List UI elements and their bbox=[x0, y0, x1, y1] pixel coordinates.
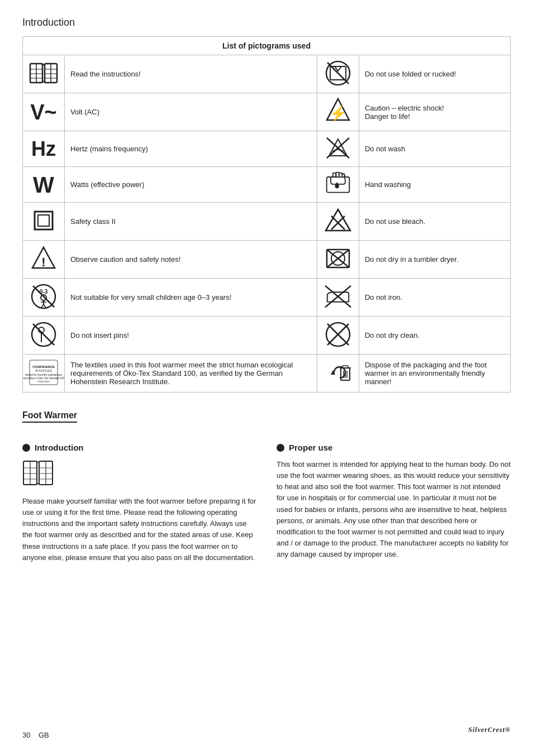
svg-text:hohenstein: hohenstein bbox=[37, 380, 50, 383]
svg-text:⚡: ⚡ bbox=[329, 104, 348, 122]
page-number: 30 GB bbox=[22, 731, 49, 739]
proper-use-heading: Proper use bbox=[277, 443, 511, 452]
icon-hand-wash bbox=[317, 167, 359, 203]
svg-text:CONFIDENCE: CONFIDENCE bbox=[32, 365, 55, 369]
electric-shock-text: Caution – electric shock!Danger to life! bbox=[359, 93, 510, 131]
table-row: Hz Hertz (mains frequency) Do not wash bbox=[23, 131, 511, 167]
no-bleach-text: Do not use bleach. bbox=[359, 203, 510, 241]
svg-line-33 bbox=[41, 304, 44, 308]
page-footer: 30 GB SilverCrest® bbox=[22, 726, 511, 739]
no-pins-text: Do not insert pins! bbox=[65, 317, 317, 355]
icon-no-tumble bbox=[317, 241, 359, 279]
icon-safety-class bbox=[23, 203, 65, 241]
registered-mark: ® bbox=[505, 726, 511, 734]
safety-class-text: Safety class II bbox=[65, 203, 317, 241]
icon-no-dry-clean bbox=[317, 317, 359, 355]
icon-hz: Hz bbox=[23, 131, 65, 167]
table-row: V~ Volt (AC) ⚡ Caution – electric shock!… bbox=[23, 93, 511, 131]
icon-book bbox=[23, 55, 65, 93]
icon-no-pins bbox=[23, 317, 65, 355]
bullet-icon-2 bbox=[277, 444, 284, 452]
icon-no-fold bbox=[317, 55, 359, 93]
recycle-text: Dispose of the packaging and the foot wa… bbox=[359, 355, 510, 393]
table-row: Read the instructions! Do not use folded… bbox=[23, 55, 511, 93]
read-instructions-text: Read the instructions! bbox=[65, 55, 317, 93]
foot-warmer-heading: Foot Warmer bbox=[22, 410, 77, 423]
caution-text: Observe caution and safety notes! bbox=[65, 241, 317, 279]
table-row: 0-3 Not suitable for very small children… bbox=[23, 279, 511, 317]
oeko-tex-text: The textiles used in this foot warmer me… bbox=[65, 355, 317, 393]
svg-rect-16 bbox=[35, 212, 53, 229]
icon-no-children: 0-3 bbox=[23, 279, 65, 317]
no-iron-text: Do not iron. bbox=[359, 279, 510, 317]
bullet-icon bbox=[22, 444, 30, 452]
hand-washing-text: Hand washing bbox=[359, 167, 510, 203]
hz-text: Hertz (mains frequency) bbox=[65, 131, 317, 167]
svg-line-34 bbox=[44, 304, 46, 308]
no-fold-text: Do not use folded or rucked! bbox=[359, 55, 510, 93]
icon-no-wash bbox=[317, 131, 359, 167]
svg-text:tested for harmful substances: tested for harmful substances bbox=[25, 373, 62, 376]
watt-text: Watts (effective power) bbox=[65, 167, 317, 203]
table-row: Safety class II Do not use bleach. bbox=[23, 203, 511, 241]
table-row: W Watts (effective power) Hand washing bbox=[23, 167, 511, 203]
svg-rect-54 bbox=[342, 366, 348, 368]
svg-text:according to Oeko-Tex Standard: according to Oeko-Tex Standard 100 bbox=[23, 377, 64, 380]
introduction-text: Please make yourself familiar with the f… bbox=[22, 496, 256, 563]
pictogram-table: List of pictograms used Read the instruc… bbox=[22, 36, 511, 393]
introduction-section: Introduction Plea bbox=[22, 443, 256, 569]
table-row: Do not insert pins! Do not dry clean. bbox=[23, 317, 511, 355]
svg-text:IN TEXTILES: IN TEXTILES bbox=[35, 369, 53, 372]
table-header: List of pictograms used bbox=[23, 37, 511, 55]
page-title: Introduction bbox=[22, 17, 511, 28]
intro-content bbox=[22, 459, 256, 490]
icon-oeko-tex: CONFIDENCE IN TEXTILES tested for harmfu… bbox=[23, 355, 65, 393]
icon-recycle bbox=[317, 355, 359, 393]
body-content: Introduction Plea bbox=[22, 443, 511, 569]
svg-text:!: ! bbox=[41, 255, 45, 269]
icon-caution: ! bbox=[23, 241, 65, 279]
icon-no-bleach bbox=[317, 203, 359, 241]
icon-electric-shock: ⚡ bbox=[317, 93, 359, 131]
table-row: ! Observe caution and safety notes! Do n… bbox=[23, 241, 511, 279]
volt-text: Volt (AC) bbox=[65, 93, 317, 131]
icon-volt: V~ bbox=[23, 93, 65, 131]
intro-book-icon bbox=[22, 459, 54, 490]
introduction-heading: Introduction bbox=[22, 443, 256, 452]
svg-line-39 bbox=[33, 324, 54, 345]
proper-use-text: This foot warmer is intended for applyin… bbox=[277, 459, 511, 560]
svg-rect-17 bbox=[38, 215, 49, 226]
no-tumble-text: Do not dry in a tumbler dryer. bbox=[359, 241, 510, 279]
proper-use-section: Proper use This foot warmer is intended … bbox=[277, 443, 511, 569]
icon-watt: W bbox=[23, 167, 65, 203]
table-row: CONFIDENCE IN TEXTILES tested for harmfu… bbox=[23, 355, 511, 393]
brand-logo: SilverCrest® bbox=[468, 726, 511, 739]
svg-marker-18 bbox=[326, 209, 350, 231]
no-children-text: Not suitable for very small children age… bbox=[65, 279, 317, 317]
no-dry-clean-text: Do not dry clean. bbox=[359, 317, 510, 355]
icon-no-iron bbox=[317, 279, 359, 317]
no-wash-text: Do not wash bbox=[359, 131, 510, 167]
